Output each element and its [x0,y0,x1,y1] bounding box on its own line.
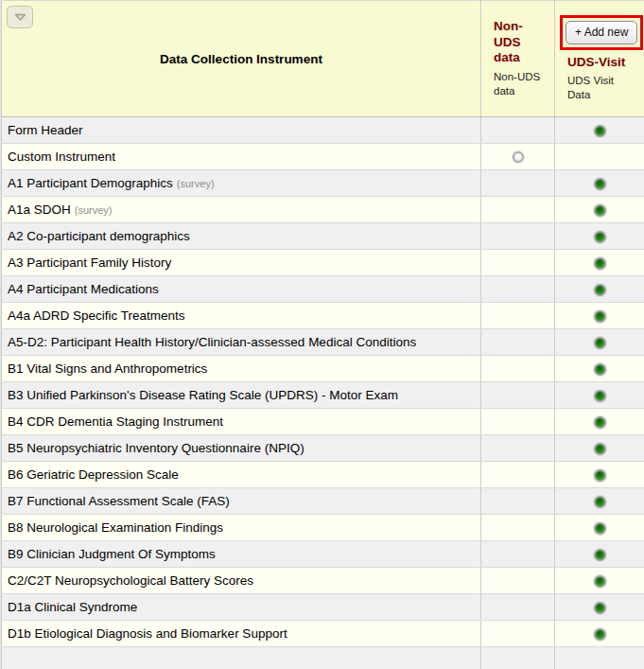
uds-visit-cell [555,382,644,409]
instrument-name-cell: A2 Co-participant demographics [2,223,481,250]
instrument-name-cell: A4 Participant Medications [2,276,481,303]
non-uds-cell [481,541,555,568]
uds-visit-cell [555,303,644,329]
status-green-icon[interactable] [594,363,606,376]
survey-tag: (survey) [75,204,113,216]
instrument-name-cell: B1 Vital Signs and Anthropometrics [2,356,481,382]
survey-tag: (survey) [177,178,215,189]
instrument-label: C2/C2T Neuropsychological Battery Scores [8,573,253,588]
instrument-name-cell: B7 Functional Assessment Scale (FAS) [2,488,481,515]
instrument-label: B8 Neurological Examination Findings [8,520,223,535]
non-uds-cell [481,144,555,170]
uds-visit-cell [555,541,644,568]
table-row: A3 Participant Family History [2,250,644,276]
table-row: Custom Instrument [2,144,644,170]
table-row: B6 Geriatric Depression Scale [2,462,644,488]
add-new-button[interactable]: + Add new [566,21,637,44]
uds-visit-cell [555,594,644,621]
uds-visit-cell [555,329,644,356]
table-row: B5 Neuropsychiatric Inventory Questionna… [2,435,644,462]
instrument-name-cell: A1a SDOH(survey) [2,197,481,223]
instrument-column-header: Data Collection Instrument [2,1,481,117]
instrument-label: B5 Neuropsychiatric Inventory Questionna… [8,441,305,455]
uds-visit-cell [555,462,644,488]
uds-visit-cell [555,621,644,647]
status-green-icon[interactable] [594,416,606,429]
uds-visit-cell [555,409,644,435]
status-green-icon[interactable] [594,443,606,455]
non-uds-cell [481,276,555,303]
table-row: B8 Neurological Examination Findings [2,515,644,541]
instrument-name-cell: B4 CDR Dementia Staging Instrument [2,409,481,435]
status-green-icon[interactable] [594,469,606,482]
event-column-non-uds: Non-UDS data Non-UDS data [481,1,555,117]
uds-visit-cell [555,356,644,382]
instrument-name-cell: Custom Instrument [2,144,481,170]
status-green-icon[interactable] [594,575,606,588]
chevron-down-icon [14,10,26,25]
status-green-icon[interactable] [594,522,606,535]
instrument-name-cell: B6 Geriatric Depression Scale [2,462,481,488]
instrument-label: B3 Unified Parkinson's Disease Rating Sc… [8,388,398,402]
uds-visit-cell [555,568,644,594]
instrument-label: D1a Clinical Syndrome [8,600,137,614]
non-uds-cell [481,223,555,250]
table-row: A1a SDOH(survey) [2,197,644,223]
uds-visit-cell [555,515,644,541]
status-green-icon[interactable] [594,337,606,349]
non-uds-cell [481,621,555,647]
status-green-icon[interactable] [594,310,606,323]
instrument-name-cell: B9 Clinician Judgment Of Symptoms [2,541,481,568]
status-green-icon[interactable] [594,257,606,270]
status-green-icon[interactable] [594,125,606,137]
table-row: B4 CDR Dementia Staging Instrument [2,409,644,435]
status-green-icon[interactable] [594,602,606,614]
status-green-icon[interactable] [594,628,606,641]
non-uds-cell [481,303,555,329]
table-row: D1b Etiological Diagnosis and Biomarker … [2,621,644,647]
radio-unchecked-icon[interactable] [513,151,524,163]
instrument-name-cell: A5-D2: Participant Health History/Clinic… [2,329,481,356]
instrument-event-table: Data Collection Instrument Non-UDS data … [1,0,644,669]
non-uds-cell [481,409,555,435]
uds-visit-cell [555,223,644,250]
status-green-icon[interactable] [594,231,606,243]
status-green-icon[interactable] [594,178,606,190]
status-green-icon[interactable] [594,496,606,508]
instrument-column-title: Data Collection Instrument [2,52,480,66]
instrument-label: A3 Participant Family History [8,255,171,270]
table-row: A4a ADRD Specific Treatments [2,303,644,329]
non-uds-cell [481,435,555,462]
table-row: A4 Participant Medications [2,276,644,303]
status-green-icon[interactable] [594,284,606,296]
collapse-button[interactable] [7,6,33,28]
uds-visit-cell [555,197,644,223]
non-uds-cell [481,594,555,621]
instrument-label: B9 Clinician Judgment Of Symptoms [8,547,216,561]
uds-visit-cell [555,435,644,462]
status-green-icon[interactable] [594,204,606,217]
table-row: B9 Clinician Judgment Of Symptoms [2,541,644,568]
event-title: UDS-Visit [567,55,633,70]
table-row: B1 Vital Signs and Anthropometrics [2,356,644,382]
instrument-label: A4 Participant Medications [8,282,159,296]
instrument-label: A1a SDOH [8,202,71,217]
instrument-name-cell: B5 Neuropsychiatric Inventory Questionna… [2,435,481,462]
status-green-icon[interactable] [594,549,606,561]
add-new-highlight-box: + Add new [560,15,643,50]
instrument-name-cell: D1a Clinical Syndrome [2,594,481,621]
table-row-cutoff [2,647,644,669]
status-green-icon[interactable] [594,390,606,402]
instrument-label: B4 CDR Dementia Staging Instrument [8,414,223,429]
uds-visit-cell [555,170,644,197]
instrument-label: A4a ADRD Specific Treatments [8,308,185,323]
instrument-name-cell: C2/C2T Neuropsychological Battery Scores [2,568,481,594]
non-uds-cell [481,356,555,382]
header-row: Data Collection Instrument Non-UDS data … [2,1,644,117]
non-uds-cell [481,329,555,356]
uds-visit-cell [555,144,644,170]
instrument-name-cell: A1 Participant Demographics(survey) [2,170,481,197]
instrument-label: Custom Instrument [8,150,115,164]
table-row: D1a Clinical Syndrome [2,594,644,621]
instrument-event-grid: Data Collection Instrument Non-UDS data … [0,0,644,669]
